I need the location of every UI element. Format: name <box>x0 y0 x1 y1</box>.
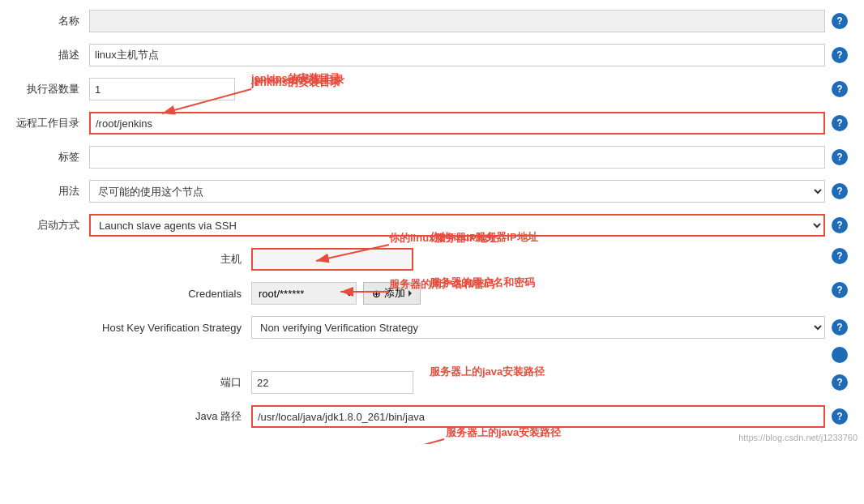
description-input[interactable] <box>89 44 825 66</box>
spacer-row <box>89 347 848 363</box>
executors-help-button[interactable]: ? <box>832 81 848 97</box>
hkvs-row: Host Key Verification Strategy Non verif… <box>89 313 848 342</box>
port-row: 端口 ? 服务器上的java安装路径 <box>89 368 848 397</box>
description-label: 描述 <box>16 48 89 62</box>
host-row: 主机 ? 你的linux服务器IP地址 <box>89 245 848 274</box>
executors-row: 执行器数量 jenkins的安装目录 ? <box>16 75 848 104</box>
dropdown-arrow-icon <box>408 290 412 297</box>
hkvs-help-button[interactable]: ? <box>832 319 848 335</box>
labels-help-button[interactable]: ? <box>832 149 848 165</box>
port-label: 端口 <box>89 375 251 390</box>
usage-row: 用法 尽可能的使用这个节点 只允许运行绑定到这台机器的Job ? <box>16 177 848 206</box>
labels-label: 标签 <box>16 150 89 164</box>
name-help-button[interactable]: ? <box>832 13 848 29</box>
credentials-label: Credentials <box>89 288 251 300</box>
remote-dir-input[interactable] <box>89 112 825 135</box>
java-path-help-button[interactable]: ? <box>832 408 848 425</box>
add-button-label: 添加 <box>384 286 405 301</box>
ann-java-path: 服务器上的java安装路径 <box>430 365 545 379</box>
credentials-help-button[interactable]: ? <box>832 282 848 298</box>
labels-row: 标签 ? <box>16 143 848 172</box>
java-path-label: Java 路径 <box>89 409 251 424</box>
remote-dir-help-button[interactable]: ? <box>832 115 848 131</box>
credentials-row: Credentials root/****** - 无 - ⊕ 添加 ? 服务器… <box>89 279 848 308</box>
description-row: 描述 ? <box>16 41 848 70</box>
name-label: 名称 <box>16 14 89 28</box>
ann-credentials: 服务器的用户名和密码 <box>430 275 535 290</box>
usage-label: 用法 <box>16 184 89 199</box>
credentials-controls: root/****** - 无 - ⊕ 添加 <box>251 282 421 305</box>
watermark: https://blog.csdn.net/j1233760 <box>738 433 858 442</box>
executors-label: 执行器数量 <box>16 82 89 96</box>
port-input[interactable] <box>251 371 413 394</box>
name-input[interactable] <box>89 10 825 32</box>
hkvs-label: Host Key Verification Strategy <box>89 322 251 334</box>
host-label: 主机 <box>89 252 251 267</box>
add-credentials-button[interactable]: ⊕ 添加 <box>363 282 421 305</box>
add-icon: ⊕ <box>372 288 381 300</box>
ssh-options-section: 主机 ? 你的linux服务器IP地址 Credentials root/***… <box>89 245 848 431</box>
java-path-input[interactable] <box>251 405 825 428</box>
description-help-button[interactable]: ? <box>832 47 848 63</box>
host-help-button[interactable]: ? <box>832 248 848 264</box>
host-input[interactable] <box>251 248 413 271</box>
svg-line-8 <box>397 439 444 444</box>
name-row: 名称 ? <box>16 6 848 36</box>
usage-help-button[interactable]: ? <box>832 183 848 199</box>
labels-input[interactable] <box>89 146 825 169</box>
port-help-button[interactable]: ? <box>832 374 848 391</box>
remote-dir-label: 远程工作目录 <box>16 116 89 130</box>
launch-label: 启动方式 <box>16 218 89 233</box>
java-path-row: Java 路径 ? <box>89 402 848 431</box>
launch-help-button[interactable]: ? <box>832 217 848 233</box>
remote-dir-row: 远程工作目录 ? <box>16 109 848 138</box>
hkvs-select[interactable]: Non verifying Verification Strategy Know… <box>251 316 825 339</box>
spacer-help-button[interactable] <box>832 347 848 363</box>
ann-linux-ip: 你的linux服务器IP地址 <box>430 230 538 245</box>
executors-input[interactable] <box>89 78 235 100</box>
usage-select[interactable]: 尽可能的使用这个节点 只允许运行绑定到这台机器的Job <box>89 180 825 203</box>
ann-jenkins-dir-text: jenkins的安装目录 <box>255 73 344 88</box>
credentials-select[interactable]: root/****** - 无 - <box>251 282 357 305</box>
